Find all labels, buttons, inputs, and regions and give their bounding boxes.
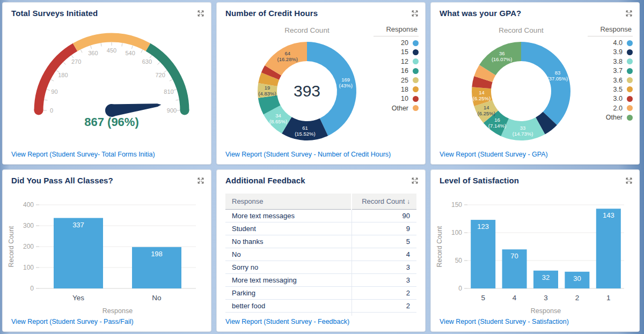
legend-item-10: 10 (374, 95, 419, 102)
view-report-link[interactable]: View Report (Student Survey - GPA) (440, 151, 548, 158)
legend-item-label: 25 (401, 77, 408, 84)
view-report-link[interactable]: View Report (Student Survey - Number of … (225, 151, 391, 158)
view-report-link[interactable]: View Report (Student Survey - Pass/Fail) (11, 318, 134, 325)
dashboard: Total Surveys Initiated 0901802703604505… (0, 0, 644, 334)
donut-chart-area: Record Count169(43%)61(15.52%)34(8.65%)1… (217, 21, 425, 149)
legend-item-label: 16 (401, 67, 408, 75)
svg-text:720: 720 (155, 72, 165, 78)
card-title: Did You Pass All Classes? (11, 176, 113, 185)
sort-desc-icon: ↓ (407, 198, 410, 205)
legend-swatch (627, 49, 633, 55)
legend-item-3.0: 3.0 (588, 95, 633, 102)
x-category-label: 4 (513, 294, 517, 302)
column-header-response: Response (225, 194, 352, 210)
card-additional-feedback: Additional Feedback Response Record Coun… (216, 169, 426, 332)
card-footer: View Report (Student Survey - Number of … (217, 149, 425, 164)
cell-record-count: 4 (352, 248, 416, 261)
legend-item-label: 12 (401, 58, 408, 65)
svg-text:810: 810 (164, 88, 173, 95)
table-row: More text messages90 (225, 210, 416, 222)
card-title: Total Surveys Initiated (11, 9, 98, 18)
expand-icon[interactable] (624, 176, 634, 185)
card-level-of-satisfaction: Level of Satisfaction 050100150123570432… (430, 169, 640, 332)
legend-item-label: 4.0 (613, 39, 623, 47)
view-report-link[interactable]: View Report (Student Survey - Satisfacti… (440, 318, 569, 325)
legend-item-label: Other (606, 114, 623, 121)
legend-item-label: Other (392, 105, 408, 112)
cell-response: Student (225, 222, 352, 235)
gauge-chart: 090180270360450540630720810900867 (96%) (3, 21, 211, 148)
legend-item-15: 15 (374, 48, 419, 56)
table-area: Response Record Count ↓ More text messag… (217, 188, 425, 316)
cell-response: Sorry no (225, 261, 352, 274)
table-row: No4 (225, 248, 416, 261)
card-header: Did You Pass All Classes? (3, 170, 211, 188)
legend-item-2.0: 2.0 (588, 105, 633, 112)
legend-item-3.6: 3.6 (588, 77, 633, 84)
cell-response: More text messages (225, 210, 352, 222)
bar-1 (596, 209, 621, 288)
card-header: Total Surveys Initiated (3, 3, 211, 21)
gauge-chart-area: 090180270360450540630720810900867 (96%) (3, 21, 211, 149)
feedback-table: Response Record Count ↓ More text messag… (225, 194, 416, 316)
card-header: What was your GPA? (431, 3, 639, 21)
legend-item-label: 2.0 (613, 105, 623, 112)
x-category-label: 3 (544, 294, 548, 302)
column-header-record-count: Record Count ↓ (352, 194, 416, 210)
chart-axis-title: Record Count (499, 26, 544, 34)
pass-fail-bar-chart: 0100200300400337Yes198NoResponseRecord C… (3, 188, 211, 315)
card-title: What was your GPA? (440, 9, 521, 18)
expand-icon[interactable] (196, 9, 206, 18)
bar-chart-area: 05010015012357043233021431ResponseRecord… (431, 188, 639, 316)
legend-item-label: 3.8 (613, 58, 623, 65)
svg-text:0: 0 (30, 285, 34, 292)
legend-item-3.7: 3.7 (588, 67, 633, 75)
expand-icon[interactable] (196, 176, 206, 185)
expand-icon[interactable] (624, 9, 634, 18)
bar-value-label: 32 (542, 273, 550, 281)
legend-swatch (413, 49, 419, 55)
svg-text:150: 150 (451, 201, 462, 209)
bar-value-label: 337 (72, 221, 84, 229)
x-category-label: Yes (72, 294, 84, 302)
svg-text:0: 0 (50, 107, 53, 114)
legend-swatch (413, 68, 419, 74)
svg-text:270: 270 (71, 58, 81, 65)
legend-item-label: 3.0 (613, 95, 623, 102)
legend-swatch (627, 86, 633, 92)
bar-value-label: 198 (151, 250, 163, 258)
svg-text:540: 540 (125, 50, 135, 56)
cell-response: You can't. (225, 313, 352, 316)
card-title: Additional Feedback (225, 176, 305, 185)
cell-response: More text messaging (225, 274, 352, 287)
legend-item-16: 16 (374, 67, 419, 75)
gauge-value-label: 867 (96%) (84, 115, 139, 129)
legend-item-label: 15 (401, 48, 408, 56)
legend-items: 20151216251810Other (374, 39, 419, 112)
bar-value-label: 143 (603, 211, 614, 219)
donut-slice-4.0 (521, 42, 570, 125)
card-footer: View Report (Student Survey - Pass/Fail) (3, 316, 211, 331)
legend-item-Other: Other (588, 114, 633, 121)
svg-text:180: 180 (58, 72, 68, 78)
legend-swatch (627, 77, 633, 83)
legend-item-3.9: 3.9 (588, 48, 633, 56)
chart-axis-title: Record Count (284, 26, 330, 34)
svg-text:400: 400 (23, 201, 34, 209)
bar-chart-area: 0100200300400337Yes198NoResponseRecord C… (3, 188, 211, 316)
expand-icon[interactable] (410, 9, 420, 18)
view-report-link[interactable]: View Report (Student Survey - Feedback) (225, 318, 349, 325)
legend-item-3.5: 3.5 (588, 86, 633, 93)
card-header: Number of Credit Hours (217, 3, 425, 21)
legend-swatch (413, 86, 419, 92)
table-row: You can't.1 (225, 313, 416, 316)
bar-value-label: 70 (510, 252, 518, 260)
expand-icon[interactable] (410, 176, 420, 185)
svg-text:630: 630 (142, 58, 152, 65)
view-report-link[interactable]: View Report (Student Survey- Total Forms… (11, 151, 155, 158)
cell-response: Parking (225, 287, 352, 300)
legend-item-label: 20 (401, 39, 408, 47)
y-axis-title: Record Count (436, 226, 443, 268)
legend-item-label: 3.5 (613, 86, 623, 93)
cell-record-count: 2 (352, 300, 416, 313)
